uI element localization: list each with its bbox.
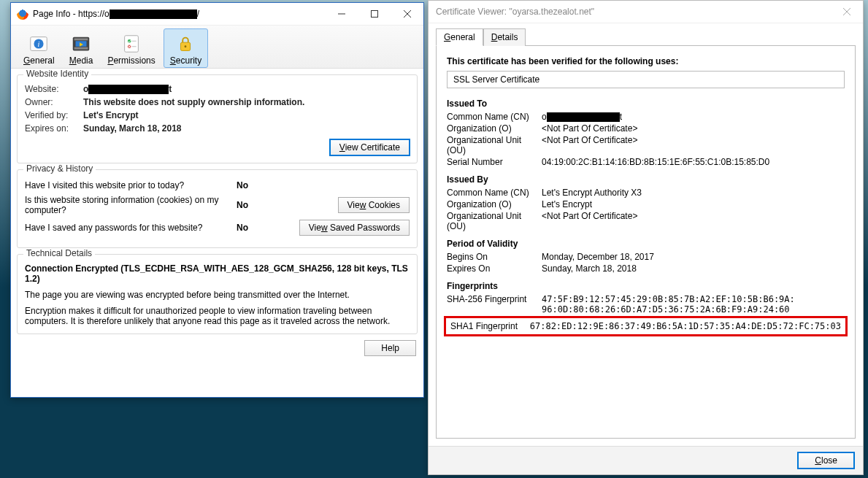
- o-label: Organization (O): [447, 199, 542, 209]
- validity-title: Period of Validity: [447, 239, 845, 249]
- svg-rect-8: [74, 39, 88, 41]
- tab-label: Security: [170, 55, 201, 66]
- ou-label: Organizational Unit (OU): [447, 135, 542, 155]
- title-prefix: Page Info - https://o: [33, 9, 110, 19]
- info-icon: i: [27, 32, 50, 55]
- sha256-label: SHA-256 Fingerprint: [447, 294, 542, 304]
- technical-group: Technical Details Connection Encrypted (…: [17, 254, 418, 334]
- privacy-group: Privacy & History Have I visited this we…: [17, 169, 418, 248]
- close-button[interactable]: [830, 1, 863, 23]
- verified-value: Let's Encrypt: [83, 110, 139, 120]
- view-certificate-button[interactable]: View Certificate: [330, 139, 410, 155]
- owner-value: This website does not supply ownership i…: [83, 97, 304, 107]
- identity-group: Website Identity Website: ot Owner: This…: [17, 74, 418, 163]
- rest: iew Certificate: [345, 142, 400, 153]
- verified-text: This certificate has been verified for t…: [447, 56, 845, 66]
- titlebar: Certificate Viewer: "oyarsa.thezealot.ne…: [429, 1, 863, 23]
- priv-a2: No: [237, 200, 280, 210]
- toolbar: i General Media Permissions Security: [11, 26, 423, 69]
- media-icon: [69, 32, 93, 55]
- cn-label: Common Name (CN): [447, 188, 542, 198]
- sha1-label: SHA1 Fingerprint: [450, 321, 530, 331]
- group-title: Website Identity: [23, 69, 91, 79]
- sha1-value: 67:82:ED:12:9E:86:37:49:B6:5A:1D:57:35:A…: [530, 321, 841, 331]
- sha256-value: 47:5F:B9:12:57:45:29:0B:85:7B:A2:EF:10:5…: [542, 294, 845, 315]
- tech-line1: The page you are viewing was encrypted b…: [25, 290, 410, 300]
- serial-value: 04:19:00:2C:B1:14:16:BD:8B:15:1E:6F:55:C…: [542, 157, 845, 167]
- tab-permissions[interactable]: Permissions: [101, 28, 161, 68]
- ou-label: Organizational Unit (OU): [447, 211, 542, 231]
- o-value: <Not Part Of Certificate>: [542, 123, 845, 134]
- owner-label: Owner:: [25, 97, 83, 107]
- serial-label: Serial Number: [447, 157, 542, 167]
- group-title: Privacy & History: [23, 163, 96, 174]
- website-value: ot: [83, 84, 172, 94]
- cn-value: Let's Encrypt Authority X3: [542, 188, 845, 198]
- tab-label: Media: [69, 55, 93, 66]
- expires-value: Sunday, March 18, 2018: [83, 123, 182, 134]
- begins-label: Begins On: [447, 252, 542, 262]
- certificate-uses: SSL Server Certificate: [447, 71, 845, 88]
- window-controls: [830, 1, 863, 23]
- cn-value: ot: [542, 112, 845, 122]
- window-controls: [325, 3, 423, 25]
- lock-icon: [174, 32, 197, 55]
- tab-security[interactable]: Security: [164, 28, 208, 68]
- dialog-footer: Close: [429, 446, 863, 474]
- ou-value: <Not Part Of Certificate>: [542, 135, 845, 145]
- svg-text:i: i: [38, 40, 40, 48]
- tab-general[interactable]: General: [436, 28, 483, 46]
- svg-rect-9: [74, 47, 88, 50]
- priv-q1: Have I visited this website prior to tod…: [25, 180, 237, 190]
- title-suffix: /: [197, 9, 199, 19]
- priv-a1: No: [237, 180, 280, 190]
- help-button[interactable]: Help: [364, 340, 416, 356]
- permissions-icon: [120, 32, 143, 55]
- page-info-window: Page Info - https://o/ i General Media P…: [10, 2, 424, 398]
- ou-value: <Not Part Of Certificate>: [542, 211, 845, 221]
- tech-headline: Connection Encrypted (TLS_ECDHE_RSA_WITH…: [25, 263, 410, 284]
- firefox-icon: [17, 8, 28, 20]
- certificate-body: This certificate has been verified for t…: [436, 45, 856, 439]
- issued-to-title: Issued To: [447, 99, 845, 109]
- verified-label: Verified by:: [25, 110, 83, 120]
- tab-label: General: [23, 55, 55, 66]
- o-label: Organization (O): [447, 123, 542, 134]
- certificate-viewer-window: Certificate Viewer: "oyarsa.thezealot.ne…: [428, 0, 864, 475]
- tab-general[interactable]: i General: [17, 28, 61, 68]
- redaction: [547, 112, 620, 122]
- tab-media[interactable]: Media: [63, 28, 100, 68]
- tech-line2: Encryption makes it difficult for unauth…: [25, 306, 410, 326]
- svg-rect-12: [125, 36, 139, 53]
- expires-label: Expires On: [447, 263, 542, 274]
- svg-rect-1: [371, 11, 377, 18]
- security-pane: Website Identity Website: ot Owner: This…: [11, 69, 423, 397]
- o-value: Let's Encrypt: [542, 199, 845, 209]
- website-label: Website:: [25, 84, 83, 94]
- tab-details[interactable]: Details: [483, 28, 526, 46]
- titlebar: Page Info - https://o/: [11, 3, 423, 26]
- tabs: General Details: [436, 28, 863, 45]
- window-title: Page Info - https://o/: [33, 9, 325, 19]
- cn-label: Common Name (CN): [447, 112, 542, 122]
- priv-q3: Have I saved any passwords for this webs…: [25, 223, 237, 233]
- expires-label: Expires on:: [25, 123, 83, 134]
- group-title: Technical Details: [23, 248, 95, 258]
- priv-a3: No: [237, 223, 280, 233]
- expires-value: Sunday, March 18, 2018: [542, 263, 845, 274]
- sha1-highlight: SHA1 Fingerprint 67:82:ED:12:9E:86:37:49…: [444, 316, 848, 336]
- close-dialog-button[interactable]: Close: [798, 452, 854, 469]
- fingerprints-title: Fingerprints: [447, 281, 845, 291]
- svg-point-18: [185, 45, 187, 47]
- view-saved-passwords-button[interactable]: View Saved Passwords: [299, 220, 410, 236]
- tab-label: Permissions: [107, 55, 155, 66]
- maximize-button[interactable]: [358, 3, 391, 25]
- minimize-button[interactable]: [325, 3, 358, 25]
- view-cookies-button[interactable]: View Cookies: [338, 197, 410, 213]
- issued-by-title: Issued By: [447, 174, 845, 185]
- close-button[interactable]: [391, 3, 423, 25]
- window-title: Certificate Viewer: "oyarsa.thezealot.ne…: [436, 7, 830, 17]
- priv-q2: Is this website storing information (coo…: [25, 195, 237, 215]
- redaction: [110, 9, 197, 19]
- redaction: [88, 85, 169, 94]
